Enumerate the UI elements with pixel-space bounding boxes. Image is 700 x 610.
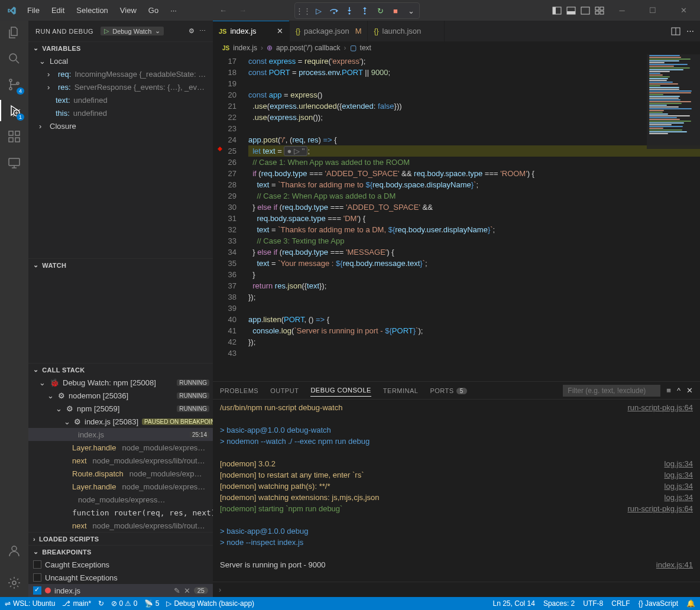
callstack-row[interactable]: index.js25:14 xyxy=(28,428,213,441)
window-maximize[interactable]: ☐ xyxy=(640,2,666,20)
sidebar-title-row: RUN AND DEBUG ▷ Debug Watch ⌄ ⚙ ⋯ xyxy=(28,21,213,41)
callstack-row[interactable]: Layer.handlenode_modules/expres… xyxy=(28,441,213,454)
breakpoints-header[interactable]: ⌄ BREAKPOINTS xyxy=(28,545,213,558)
status-sync[interactable]: ↻ xyxy=(98,599,104,608)
callstack-row[interactable]: Route.dispatchnode_modules/exp… xyxy=(28,467,213,480)
menu-selection[interactable]: Selection xyxy=(72,4,112,17)
variables-header[interactable]: ⌄ VARIABLES xyxy=(28,41,213,54)
ptab-debug-console[interactable]: DEBUG CONSOLE xyxy=(310,384,371,397)
status-eol[interactable]: CRLF xyxy=(611,599,630,608)
close-icon[interactable]: ✕ xyxy=(277,27,283,35)
status-remote[interactable]: ⇌WSL: Ubuntu xyxy=(5,599,55,608)
status-ports[interactable]: 📡 5 xyxy=(144,599,159,608)
ptab-problems[interactable]: PROBLEMS xyxy=(220,385,258,397)
edit-icon[interactable]: ✎ xyxy=(174,586,180,595)
debug-dropdown-icon[interactable]: ⌄ xyxy=(405,5,417,17)
layout-custom-icon[interactable] xyxy=(595,6,604,15)
layout-sidebar-right-icon[interactable] xyxy=(581,6,590,15)
callstack-row[interactable]: ⌄⚙nodemon [25036]RUNNING xyxy=(28,389,213,402)
split-icon[interactable] xyxy=(671,27,680,36)
activity-explorer[interactable] xyxy=(6,24,22,41)
menu-file[interactable]: File xyxy=(22,4,44,17)
filter-settings-icon[interactable]: ≡ xyxy=(666,386,671,395)
chevron-down-icon: ⌄ xyxy=(33,366,38,374)
callstack-row[interactable]: ⌄⚙npm [25059]RUNNING xyxy=(28,402,213,415)
activity-account[interactable] xyxy=(6,543,22,559)
watch-header[interactable]: ⌄ WATCH xyxy=(28,258,213,271)
status-language[interactable]: {} JavaScript xyxy=(639,599,678,608)
tab-package-json[interactable]: {} package.json M xyxy=(290,21,368,41)
callstack-row[interactable]: ⌄🐞Debug Watch: npm [25008]RUNNING xyxy=(28,376,213,389)
bp-uncaught[interactable]: Uncaught Exceptions xyxy=(28,571,213,584)
callstack-row[interactable]: ⌄⚙index.js [25083]PAUSED ON BREAKPOINT xyxy=(28,415,213,428)
callstack-row[interactable]: Layer.handlenode_modules/expres… xyxy=(28,480,213,493)
filter-input[interactable] xyxy=(563,385,660,397)
window-close[interactable]: ✕ xyxy=(670,2,696,20)
gear-icon[interactable]: ⚙ xyxy=(189,27,195,35)
repl-chevron-icon[interactable]: › xyxy=(219,585,221,594)
layout-sidebar-left-icon[interactable] xyxy=(552,6,562,15)
callstack-row[interactable]: nextnode_modules/express/lib/rout… xyxy=(28,454,213,467)
callstack-row[interactable]: function router(req, res, next) {.pr xyxy=(28,506,213,519)
step-into-icon[interactable] xyxy=(343,5,355,17)
status-debug-config[interactable]: ▷Debug Watch (basic-app) xyxy=(166,599,254,608)
bp-file-row[interactable]: index.js ✎ ✕ 25 xyxy=(28,584,213,597)
callstack-row[interactable]: node_modules/express… xyxy=(28,493,213,506)
remove-icon[interactable]: ✕ xyxy=(184,586,190,595)
layout-panel-icon[interactable] xyxy=(566,6,576,15)
restart-icon[interactable]: ↻ xyxy=(374,5,386,17)
panel: PROBLEMS OUTPUT DEBUG CONSOLE TERMINAL P… xyxy=(213,381,700,597)
status-branch[interactable]: ⎇main* xyxy=(62,599,91,608)
window-minimize[interactable]: ─ xyxy=(609,2,635,20)
ptab-terminal[interactable]: TERMINAL xyxy=(383,385,419,397)
more-icon[interactable]: ⋯ xyxy=(686,27,694,35)
status-problems[interactable]: ⊘ 0 ⚠ 0 xyxy=(111,599,137,608)
svg-rect-20 xyxy=(15,131,20,135)
activity-extensions[interactable] xyxy=(6,128,22,145)
callstack-header[interactable]: ⌄ CALL STACK xyxy=(28,363,213,376)
loaded-scripts-header[interactable]: › LOADED SCRIPTS xyxy=(28,532,213,545)
activity-debug[interactable]: 1 xyxy=(6,102,22,119)
nav-forward-icon[interactable]: → xyxy=(239,6,247,15)
continue-icon[interactable]: ▷ xyxy=(313,5,325,17)
minimap[interactable] xyxy=(647,54,700,149)
callstack-tree[interactable]: ⌄🐞Debug Watch: npm [25008]RUNNING⌄⚙nodem… xyxy=(28,376,213,532)
step-out-icon[interactable] xyxy=(359,5,371,17)
breadcrumb[interactable]: JS index.js › ⊕ app.post('/') callback ›… xyxy=(213,41,700,54)
stop-icon[interactable]: ■ xyxy=(390,5,401,17)
status-bell-icon[interactable]: 🔔 xyxy=(686,599,695,608)
grip-icon[interactable]: ⋮⋮ xyxy=(297,5,309,17)
activity-settings[interactable] xyxy=(6,575,22,591)
maximize-panel-icon[interactable]: ^ xyxy=(677,386,680,395)
close-panel-icon[interactable]: ✕ xyxy=(686,386,693,395)
sidebar: RUN AND DEBUG ▷ Debug Watch ⌄ ⚙ ⋯ ⌄ VARI… xyxy=(28,21,213,597)
debug-config-select[interactable]: ▷ Debug Watch ⌄ xyxy=(101,27,164,35)
activity-remote[interactable] xyxy=(6,154,22,171)
menu-edit[interactable]: Edit xyxy=(47,4,69,17)
callstack-row[interactable]: nextnode_modules/express/lib/rout… xyxy=(28,519,213,532)
editor[interactable]: 1718192021222324252627282930313233343536… xyxy=(213,54,700,381)
code-content[interactable]: const express = require('express');const… xyxy=(248,54,700,381)
nav-back-icon[interactable]: ← xyxy=(219,6,227,15)
step-over-icon[interactable] xyxy=(328,5,340,17)
ptab-output[interactable]: OUTPUT xyxy=(270,385,299,397)
svg-point-14 xyxy=(9,87,12,90)
bp-caught[interactable]: Caught Exceptions xyxy=(28,558,213,571)
tab-launch-json[interactable]: {} launch.json xyxy=(368,21,445,41)
activity-scm[interactable]: 4 xyxy=(6,76,22,93)
menu-more[interactable]: ··· xyxy=(166,4,182,17)
tab-index-js[interactable]: JS index.js ✕ xyxy=(213,21,290,41)
status-encoding[interactable]: UTF-8 xyxy=(583,599,603,608)
status-spaces[interactable]: Spaces: 2 xyxy=(543,599,575,608)
status-cursor[interactable]: Ln 25, Col 14 xyxy=(493,599,535,608)
menu-view[interactable]: View xyxy=(115,4,141,17)
ptab-ports[interactable]: PORTS5 xyxy=(430,385,466,397)
debug-console-output[interactable]: /usr/bin/npm run-script debug-watchrun-s… xyxy=(213,400,700,582)
json-file-icon: {} xyxy=(374,27,378,35)
breakpoint-icon[interactable] xyxy=(216,145,223,152)
more-icon[interactable]: ⋯ xyxy=(199,27,206,35)
menu-go[interactable]: Go xyxy=(144,4,163,17)
debug-toolbar[interactable]: ⋮⋮ ▷ ↻ ■ ⌄ xyxy=(294,2,420,19)
variables-tree[interactable]: ⌄Local ›req: IncomingMessage {_readableS… xyxy=(28,54,213,136)
activity-search[interactable] xyxy=(6,50,22,67)
